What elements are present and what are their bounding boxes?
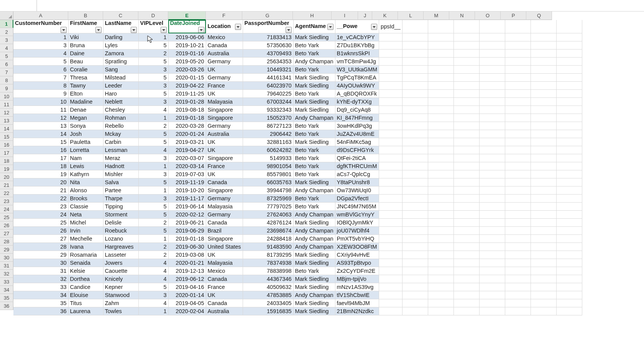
filter-dropdown-icon[interactable] (61, 27, 67, 33)
cell[interactable]: Canada (206, 275, 243, 283)
empty-cell[interactable] (479, 98, 505, 106)
empty-cell[interactable] (531, 20, 556, 33)
empty-cell[interactable] (453, 82, 479, 90)
table-header-CustomerNumber[interactable]: CustomerNumber (13, 20, 68, 33)
cell[interactable]: Canada (206, 299, 243, 307)
overflow-header-tail[interactable]: ppsId__ (379, 20, 402, 33)
cell[interactable]: Daine (68, 49, 103, 58)
cell[interactable]: mNzv1AS39vg (335, 283, 379, 291)
cell[interactable]: 16 (13, 146, 68, 154)
empty-cell[interactable] (379, 74, 402, 82)
cell[interactable]: 35 (13, 299, 68, 307)
empty-cell[interactable] (453, 162, 479, 170)
cell[interactable]: Lorretta (68, 146, 103, 154)
cell[interactable]: Ow73WtiUqI0 (335, 186, 379, 195)
cell[interactable]: 24033405 (243, 299, 293, 307)
cell[interactable]: Elton (68, 90, 103, 98)
cell[interactable]: Andy Champan (293, 243, 335, 251)
table-header-LastName[interactable]: LastName (103, 20, 138, 33)
empty-cell[interactable] (479, 170, 505, 178)
row-header-33[interactable]: 33 (0, 278, 13, 286)
empty-cell[interactable] (402, 20, 428, 33)
cell[interactable]: France (206, 82, 243, 90)
cell[interactable]: 4 (138, 299, 168, 307)
empty-cell[interactable] (428, 275, 453, 283)
empty-cell[interactable] (556, 307, 582, 315)
cell[interactable]: 5 (138, 41, 168, 49)
empty-cell[interactable] (556, 162, 582, 170)
cell[interactable]: Mexico (206, 33, 243, 41)
filter-dropdown-icon[interactable] (235, 24, 241, 30)
empty-cell[interactable] (505, 98, 531, 106)
empty-cell[interactable] (505, 203, 531, 211)
cell[interactable]: 3 (138, 195, 168, 203)
cell[interactable]: 13 (13, 122, 68, 130)
cell[interactable]: 30 (13, 259, 68, 267)
empty-cell[interactable] (556, 114, 582, 122)
cell[interactable]: W3_UUtkaGMM (335, 66, 379, 74)
cell[interactable]: Mark Siedling (293, 82, 335, 90)
empty-cell[interactable] (505, 162, 531, 170)
cell[interactable]: 1 (13, 33, 68, 41)
table-header-Location[interactable]: Location (206, 20, 243, 33)
cell[interactable]: Tawny (68, 82, 103, 90)
cell[interactable]: Beto Yark (293, 66, 335, 74)
empty-cell[interactable] (402, 243, 428, 251)
empty-cell[interactable] (402, 138, 428, 146)
row-header-35[interactable]: 35 (0, 294, 13, 302)
cell[interactable]: Brazil (206, 227, 243, 235)
cell[interactable]: 2020-02-04 (168, 307, 206, 315)
cell[interactable]: Malayasia (206, 203, 243, 211)
cell[interactable]: 5 (138, 178, 168, 186)
cell[interactable]: 1 (138, 235, 168, 243)
empty-cell[interactable] (379, 49, 402, 58)
cell[interactable]: France (206, 283, 243, 291)
empty-cell[interactable] (531, 251, 556, 259)
cell[interactable]: Z7Du1BKYbBg (335, 41, 379, 49)
empty-cell[interactable] (479, 162, 505, 170)
cell[interactable]: 33 (13, 283, 68, 291)
empty-cell[interactable] (428, 259, 453, 267)
cell[interactable]: 36 (13, 307, 68, 315)
cell[interactable]: 2019-01-18 (168, 114, 206, 122)
cell[interactable]: 1 (138, 114, 168, 122)
cell[interactable]: 9 (13, 90, 68, 98)
cell[interactable]: Beto Yark (293, 154, 335, 162)
cell[interactable]: 40509632 (243, 283, 293, 291)
cell[interactable]: Ivana (68, 243, 103, 251)
empty-cell[interactable] (402, 211, 428, 219)
cell[interactable]: Beto Yark (293, 49, 335, 58)
empty-cell[interactable] (453, 211, 479, 219)
cell[interactable]: Australia (206, 307, 243, 315)
empty-cell[interactable] (505, 82, 531, 90)
empty-cell[interactable] (402, 267, 428, 275)
cell[interactable]: Australia (206, 130, 243, 138)
empty-cell[interactable] (453, 178, 479, 186)
cell[interactable]: Denae (68, 106, 103, 114)
empty-cell[interactable] (402, 162, 428, 170)
cell[interactable]: UK (206, 291, 243, 299)
cell[interactable]: 5 (138, 74, 168, 82)
cell[interactable]: 15 (13, 138, 68, 146)
cell[interactable]: 2020-02-12 (168, 211, 206, 219)
cell[interactable]: 3 (138, 98, 168, 106)
empty-cell[interactable] (379, 267, 402, 275)
cell[interactable]: 5 (13, 58, 68, 66)
empty-cell[interactable] (505, 195, 531, 203)
column-header-L[interactable]: L (398, 12, 424, 20)
cell[interactable]: 29 (13, 251, 68, 259)
cell[interactable]: 5 (138, 203, 168, 211)
empty-cell[interactable] (402, 74, 428, 82)
empty-cell[interactable] (505, 178, 531, 186)
cell[interactable]: Partee (103, 186, 138, 195)
cell[interactable]: 22 (13, 195, 68, 203)
cell[interactable]: Mark Siedling (293, 106, 335, 114)
empty-cell[interactable] (479, 203, 505, 211)
empty-cell[interactable] (556, 154, 582, 162)
cell[interactable]: France (206, 162, 243, 170)
row-header-16[interactable]: 16 (0, 141, 13, 149)
cell[interactable]: 77797025 (243, 203, 293, 211)
empty-cell[interactable] (556, 122, 582, 130)
empty-cell[interactable] (479, 307, 505, 315)
empty-cell[interactable] (428, 41, 453, 49)
